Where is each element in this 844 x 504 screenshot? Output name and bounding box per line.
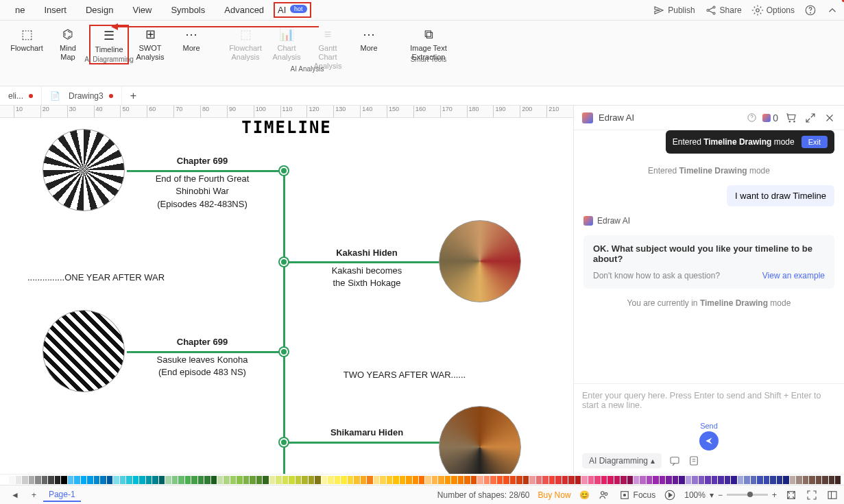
color-swatch[interactable]	[256, 476, 262, 484]
add-tab-button[interactable]: +	[122, 90, 145, 102]
prev-page-button[interactable]: ◄	[5, 489, 25, 501]
color-swatch[interactable]	[9, 476, 14, 484]
color-swatch[interactable]	[289, 476, 294, 484]
focus-button[interactable]: Focus	[618, 489, 656, 501]
zoom-slider[interactable]	[727, 494, 768, 496]
doc-tab-2[interactable]: 📄Drawing3	[42, 86, 122, 105]
color-swatch[interactable]	[770, 476, 775, 484]
color-swatch[interactable]	[464, 476, 470, 484]
color-swatch[interactable]	[529, 476, 535, 484]
color-swatch[interactable]	[549, 476, 555, 484]
color-swatch[interactable]	[438, 476, 444, 484]
timeline-item-1[interactable]: Chapter 699 End of the Fourth Great Shin…	[137, 155, 267, 211]
color-swatch[interactable]	[55, 476, 60, 484]
color-swatch[interactable]	[237, 476, 242, 484]
color-swatch[interactable]	[757, 476, 762, 484]
color-swatch[interactable]	[471, 476, 477, 484]
color-swatch[interactable]	[152, 476, 158, 484]
color-swatch[interactable]	[601, 476, 607, 484]
color-swatch[interactable]	[282, 476, 288, 484]
publish-button[interactable]: Publish	[653, 4, 695, 16]
color-swatch[interactable]	[400, 476, 405, 484]
color-swatch[interactable]	[146, 476, 152, 484]
color-swatch[interactable]	[211, 476, 217, 484]
color-swatch[interactable]	[803, 476, 808, 484]
collapse-ribbon-button[interactable]	[826, 4, 839, 16]
color-swatch[interactable]	[568, 476, 574, 484]
canvas[interactable]: TIMELINE Chapter 699 End of the Fourth G…	[0, 118, 573, 474]
color-swatch[interactable]	[328, 476, 333, 484]
cart-icon[interactable]	[785, 112, 797, 124]
ai-query-input[interactable]	[582, 391, 836, 421]
color-swatch[interactable]	[731, 476, 736, 484]
color-swatch[interactable]	[783, 476, 788, 484]
color-swatch[interactable]	[126, 476, 132, 484]
color-swatch[interactable]	[387, 476, 392, 484]
color-swatch[interactable]	[634, 476, 639, 484]
zoom-out-button[interactable]: −	[718, 490, 723, 500]
color-swatch[interactable]	[484, 476, 490, 484]
emoji-icon[interactable]: 😊	[579, 490, 590, 500]
color-swatch[interactable]	[425, 476, 431, 484]
color-swatch[interactable]	[744, 476, 749, 484]
color-swatch[interactable]	[296, 476, 301, 484]
color-swatch[interactable]	[705, 476, 710, 484]
color-swatch[interactable]	[477, 476, 483, 484]
color-swatch[interactable]	[673, 476, 678, 484]
color-swatch[interactable]	[94, 476, 99, 484]
page-tab-1[interactable]: Page-1	[43, 488, 81, 502]
doc-tab-1[interactable]: eli...	[0, 86, 42, 105]
color-swatch[interactable]	[497, 476, 503, 484]
color-swatch[interactable]	[348, 476, 353, 484]
timeline-item-3[interactable]: Chapter 699 Sasuke leaves Konoha (End ep…	[137, 336, 267, 379]
menu-view[interactable]: View	[123, 2, 161, 18]
buy-now-link[interactable]: Buy Now	[538, 490, 571, 500]
menu-ai[interactable]: AI hot	[274, 2, 311, 18]
image-4[interactable]	[439, 406, 521, 474]
color-swatch[interactable]	[614, 476, 620, 484]
chat-icon[interactable]	[668, 455, 681, 467]
color-swatch[interactable]	[341, 476, 346, 484]
timeline-item-2[interactable]: Kakashi Hiden Kakashi becomes the Sixth …	[309, 247, 425, 290]
color-swatch[interactable]	[419, 476, 424, 484]
mode-selector[interactable]: AI Diagramming ▴	[582, 453, 662, 468]
color-swatch[interactable]	[250, 476, 255, 484]
color-swatch[interactable]	[393, 476, 398, 484]
color-swatch[interactable]	[61, 476, 67, 484]
color-swatch[interactable]	[822, 476, 828, 484]
color-swatch[interactable]	[120, 476, 125, 484]
color-swatch[interactable]	[796, 476, 801, 484]
color-swatch[interactable]	[113, 476, 119, 484]
color-swatch[interactable]	[835, 476, 841, 484]
menu-home-cut[interactable]: ne	[5, 2, 34, 18]
menu-advanced[interactable]: Advanced	[215, 2, 274, 18]
color-swatch[interactable]	[263, 476, 268, 484]
color-swatch[interactable]	[510, 476, 516, 484]
color-swatch[interactable]	[309, 476, 314, 484]
color-swatch[interactable]	[74, 476, 80, 484]
color-swatch[interactable]	[692, 476, 697, 484]
fit-page-icon[interactable]	[785, 489, 797, 501]
color-swatch[interactable]	[712, 476, 717, 484]
color-swatch[interactable]	[243, 476, 249, 484]
color-swatch[interactable]	[374, 476, 379, 484]
exit-mode-button[interactable]: Exit	[801, 136, 828, 148]
color-swatch[interactable]	[718, 476, 723, 484]
color-swatch[interactable]	[738, 476, 743, 484]
image-2[interactable]	[439, 220, 521, 302]
zoom-in-button[interactable]: +	[772, 490, 777, 500]
expand-icon[interactable]	[804, 112, 817, 124]
community-icon[interactable]	[598, 489, 610, 501]
zoom-control[interactable]: 100% ▾ − +	[684, 490, 777, 500]
color-swatch[interactable]	[640, 476, 645, 484]
color-swatch[interactable]	[627, 476, 633, 484]
color-swatch[interactable]	[315, 476, 320, 484]
color-swatch[interactable]	[809, 476, 815, 484]
color-swatch[interactable]	[490, 476, 496, 484]
color-swatch[interactable]	[165, 476, 171, 484]
note-icon[interactable]	[688, 455, 700, 467]
color-swatch[interactable]	[48, 476, 53, 484]
color-swatch[interactable]	[516, 476, 522, 484]
color-swatch[interactable]	[542, 476, 548, 484]
color-swatch[interactable]	[185, 476, 191, 484]
